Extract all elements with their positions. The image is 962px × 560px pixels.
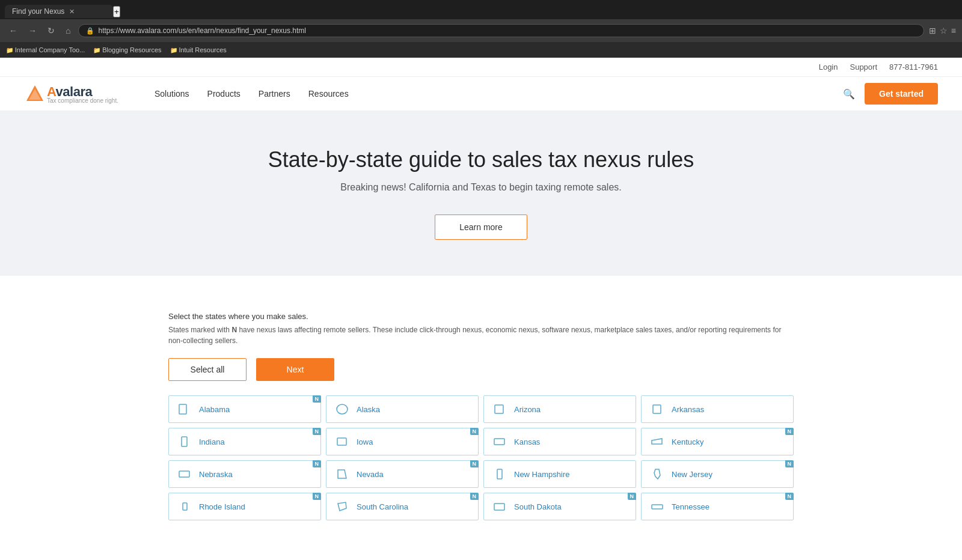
nexus-badge-rhodeisland: N bbox=[313, 493, 322, 500]
svg-rect-16 bbox=[494, 504, 504, 510]
new-tab-button[interactable]: + bbox=[113, 6, 120, 17]
tab-title: Find your Nexus bbox=[12, 7, 64, 16]
bookmark-button[interactable]: ☆ bbox=[940, 26, 948, 35]
state-item-southdakota[interactable]: South Dakota N bbox=[483, 493, 636, 520]
nexus-badge-iowa: N bbox=[470, 428, 479, 435]
next-button[interactable]: Next bbox=[256, 358, 334, 381]
state-name-rhodeisland: Rhode Island bbox=[199, 502, 245, 511]
state-item-rhodeisland[interactable]: Rhode Island N bbox=[168, 493, 321, 520]
svg-rect-10 bbox=[179, 471, 189, 477]
state-item-tennessee[interactable]: Tennessee N bbox=[641, 493, 794, 520]
state-name-iowa: Iowa bbox=[357, 437, 373, 446]
menu-button[interactable]: ≡ bbox=[951, 26, 956, 35]
svg-rect-4 bbox=[495, 405, 503, 413]
utility-bar: Login Support 877-811-7961 bbox=[0, 58, 962, 77]
select-all-button[interactable]: Select all bbox=[168, 358, 247, 381]
rhodeisland-icon bbox=[176, 499, 193, 514]
state-item-alabama[interactable]: Alabama N bbox=[168, 395, 321, 423]
refresh-button[interactable]: ↻ bbox=[44, 25, 58, 37]
state-item-alaska[interactable]: Alaska bbox=[326, 395, 479, 423]
learn-more-button[interactable]: Learn more bbox=[435, 215, 527, 240]
nav-right: 🔍 Get started bbox=[843, 83, 938, 105]
phone-number: 877-811-7961 bbox=[889, 62, 938, 72]
avalara-logo-icon bbox=[24, 83, 46, 105]
back-button[interactable]: ← bbox=[6, 25, 20, 37]
hero-section: State-by-state guide to sales tax nexus … bbox=[0, 111, 962, 276]
tab-close-button[interactable]: ✕ bbox=[69, 8, 75, 16]
state-name-southcarolina: South Carolina bbox=[357, 502, 408, 511]
state-name-arizona: Arizona bbox=[514, 405, 541, 414]
nav-products[interactable]: Products bbox=[207, 89, 240, 99]
svg-rect-14 bbox=[183, 503, 187, 510]
logo[interactable]: Avalara Tax compliance done right. bbox=[24, 83, 118, 105]
main-navigation: Avalara Tax compliance done right. Solut… bbox=[0, 77, 962, 111]
state-item-indiana[interactable]: Indiana N bbox=[168, 428, 321, 455]
state-name-newhampshire: New Hampshire bbox=[514, 470, 569, 479]
alabama-icon bbox=[176, 402, 193, 416]
tab-bar: Find your Nexus ✕ + bbox=[0, 0, 962, 19]
state-item-newhampshire[interactable]: New Hampshire bbox=[483, 460, 636, 488]
nexus-badge-newjersey: N bbox=[785, 460, 794, 467]
svg-rect-7 bbox=[337, 438, 346, 445]
state-item-kansas[interactable]: Kansas bbox=[483, 428, 636, 455]
nav-solutions[interactable]: Solutions bbox=[155, 89, 189, 99]
nexus-badge-alabama: N bbox=[313, 395, 322, 403]
bookmark-blogging[interactable]: Blogging Resources bbox=[93, 46, 161, 53]
svg-rect-5 bbox=[653, 405, 661, 413]
get-started-button[interactable]: Get started bbox=[865, 83, 938, 105]
state-item-iowa[interactable]: Iowa N bbox=[326, 428, 479, 455]
alaska-icon bbox=[334, 402, 351, 416]
nexus-badge-nebraska: N bbox=[313, 460, 322, 467]
page-content: Login Support 877-811-7961 Avalara Tax c… bbox=[0, 58, 962, 560]
state-name-alaska: Alaska bbox=[357, 405, 380, 414]
hero-subtitle: Breaking news! California and Texas to b… bbox=[24, 182, 938, 193]
nexus-badge-kentucky: N bbox=[785, 428, 794, 435]
bookmark-intuit[interactable]: Intuit Resources bbox=[170, 46, 227, 53]
lock-icon: 🔒 bbox=[86, 27, 94, 35]
nav-links: Solutions Products Partners Resources bbox=[155, 89, 819, 99]
hero-title: State-by-state guide to sales tax nexus … bbox=[24, 147, 938, 172]
kansas-icon bbox=[491, 434, 508, 449]
states-section: Select the states where you make sales. … bbox=[0, 300, 962, 532]
state-item-nevada[interactable]: Nevada N bbox=[326, 460, 479, 488]
nebraska-icon bbox=[176, 467, 193, 481]
states-grid: Alabama N Alaska Arizona Arkansas bbox=[168, 395, 794, 520]
svg-marker-15 bbox=[338, 502, 346, 511]
nav-partners[interactable]: Partners bbox=[259, 89, 290, 99]
iowa-icon bbox=[334, 434, 351, 449]
state-name-arkansas: Arkansas bbox=[672, 405, 704, 414]
state-item-southcarolina[interactable]: South Carolina N bbox=[326, 493, 479, 520]
svg-rect-6 bbox=[182, 437, 187, 446]
arizona-icon bbox=[491, 402, 508, 416]
svg-rect-12 bbox=[497, 469, 502, 479]
extensions-button[interactable]: ⊞ bbox=[929, 26, 936, 35]
svg-rect-17 bbox=[652, 505, 663, 509]
indiana-icon bbox=[176, 434, 193, 449]
state-item-newjersey[interactable]: New Jersey N bbox=[641, 460, 794, 488]
forward-button[interactable]: → bbox=[25, 25, 40, 37]
state-item-nebraska[interactable]: Nebraska N bbox=[168, 460, 321, 488]
kentucky-icon bbox=[649, 434, 666, 449]
state-item-kentucky[interactable]: Kentucky N bbox=[641, 428, 794, 455]
state-item-arkansas[interactable]: Arkansas bbox=[641, 395, 794, 423]
state-name-southdakota: South Dakota bbox=[514, 502, 562, 511]
nav-resources[interactable]: Resources bbox=[308, 89, 349, 99]
states-note: States marked with N have nexus laws aff… bbox=[168, 324, 794, 346]
state-name-nebraska: Nebraska bbox=[199, 470, 233, 479]
spacer bbox=[0, 276, 962, 300]
url-bar[interactable]: 🔒 https://www.avalara.com/us/en/learn/ne… bbox=[78, 24, 924, 37]
url-text: https://www.avalara.com/us/en/learn/nexu… bbox=[98, 26, 306, 35]
login-link[interactable]: Login bbox=[819, 62, 838, 72]
browser-action-buttons: ⊞ ☆ ≡ bbox=[929, 26, 956, 35]
state-name-nevada: Nevada bbox=[357, 470, 384, 479]
nexus-badge-southcarolina: N bbox=[470, 493, 479, 500]
active-tab[interactable]: Find your Nexus ✕ bbox=[5, 5, 113, 18]
search-button[interactable]: 🔍 bbox=[843, 88, 855, 100]
bookmark-internal[interactable]: Internal Company Too... bbox=[6, 46, 85, 53]
arkansas-icon bbox=[649, 402, 666, 416]
state-item-arizona[interactable]: Arizona bbox=[483, 395, 636, 423]
home-button[interactable]: ⌂ bbox=[63, 25, 73, 37]
newhampshire-icon bbox=[491, 467, 508, 481]
support-link[interactable]: Support bbox=[850, 62, 877, 72]
logo-subtitle: Tax compliance done right. bbox=[47, 97, 118, 104]
